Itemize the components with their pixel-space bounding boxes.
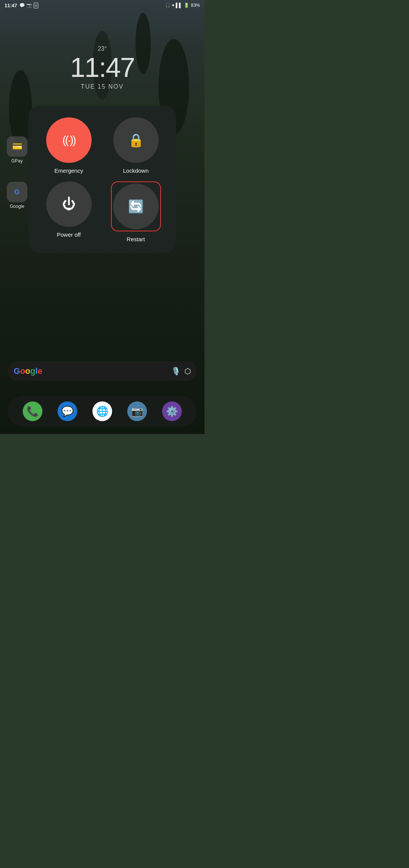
dock-camera[interactable]: 📷 bbox=[127, 401, 147, 421]
restart-label: Restart bbox=[126, 236, 145, 242]
lens-icon[interactable]: ⬡ bbox=[184, 367, 191, 376]
camera-icon: 📷 bbox=[131, 406, 143, 417]
power-off-button[interactable]: ⏻ Power off bbox=[39, 181, 98, 242]
lockdown-button[interactable]: 🔒 Lockdown bbox=[106, 117, 165, 174]
chrome-icon: 🌐 bbox=[96, 406, 108, 417]
app-icon: ≡ bbox=[34, 3, 38, 8]
lockdown-circle: 🔒 bbox=[113, 117, 159, 163]
power-menu: ((·)) Emergency 🔒 Lockdown ⏻ Power off 🔄… bbox=[28, 106, 176, 253]
whatsapp-icon: 💬 bbox=[19, 3, 25, 8]
status-left: 11:47 💬 📷 ≡ bbox=[5, 3, 38, 8]
clock-date: TUE 15 NOV bbox=[81, 83, 123, 90]
status-bar: 11:47 💬 📷 ≡ 🎧 ▾ ▌▌ 🔋 83% bbox=[0, 0, 204, 11]
gpay-label: GPay bbox=[11, 158, 23, 164]
restart-icon: 🔄 bbox=[128, 199, 144, 214]
power-off-circle: ⏻ bbox=[46, 181, 92, 227]
dock-messages[interactable]: 💬 bbox=[58, 401, 77, 421]
emergency-circle: ((·)) bbox=[46, 117, 92, 163]
dock: 📞 💬 🌐 📷 ⚙️ bbox=[8, 396, 197, 426]
headset-icon: 🎧 bbox=[165, 3, 170, 8]
google-g-logo: Google bbox=[14, 366, 42, 376]
google-label: Google bbox=[10, 204, 25, 209]
dock-settings[interactable]: ⚙️ bbox=[162, 401, 182, 421]
dock-phone[interactable]: 📞 bbox=[23, 401, 42, 421]
settings-icon: ⚙️ bbox=[166, 406, 178, 417]
microphone-icon[interactable]: 🎙️ bbox=[171, 367, 181, 376]
status-icons: 💬 📷 ≡ bbox=[19, 3, 38, 8]
clock-temp: 23° bbox=[98, 45, 107, 52]
gpay-app[interactable]: 💳 GPay bbox=[7, 136, 27, 164]
restart-highlight: 🔄 bbox=[111, 181, 161, 231]
status-time: 11:47 bbox=[5, 3, 17, 8]
status-right: 🎧 ▾ ▌▌ 🔋 83% bbox=[165, 3, 200, 8]
clock-time: 11:47 bbox=[70, 54, 134, 81]
battery-icon: 🔋 bbox=[184, 3, 189, 8]
gpay-icon: 💳 bbox=[7, 136, 27, 157]
google-icon: G bbox=[7, 182, 27, 202]
power-off-label: Power off bbox=[57, 231, 81, 238]
search-bar[interactable]: Google 🎙️ ⬡ bbox=[8, 361, 197, 381]
dock-chrome[interactable]: 🌐 bbox=[92, 401, 112, 421]
clock-widget: 23° 11:47 TUE 15 NOV bbox=[0, 45, 204, 90]
lockdown-label: Lockdown bbox=[123, 167, 149, 174]
instagram-icon: 📷 bbox=[27, 3, 32, 8]
lock-icon: 🔒 bbox=[128, 133, 144, 148]
signal-icon: ▌▌ bbox=[176, 3, 182, 8]
emergency-button[interactable]: ((·)) Emergency bbox=[39, 117, 98, 174]
restart-button[interactable]: 🔄 Restart bbox=[106, 181, 165, 242]
wifi-icon: ▾ bbox=[172, 3, 174, 8]
battery-percent: 83% bbox=[191, 3, 200, 8]
google-app[interactable]: G Google bbox=[7, 182, 27, 209]
power-off-icon: ⏻ bbox=[62, 196, 76, 212]
phone-icon: 📞 bbox=[27, 406, 39, 417]
messages-icon: 💬 bbox=[61, 406, 73, 417]
emergency-icon: ((·)) bbox=[62, 134, 75, 147]
restart-circle: 🔄 bbox=[113, 184, 159, 229]
emergency-label: Emergency bbox=[55, 167, 83, 174]
